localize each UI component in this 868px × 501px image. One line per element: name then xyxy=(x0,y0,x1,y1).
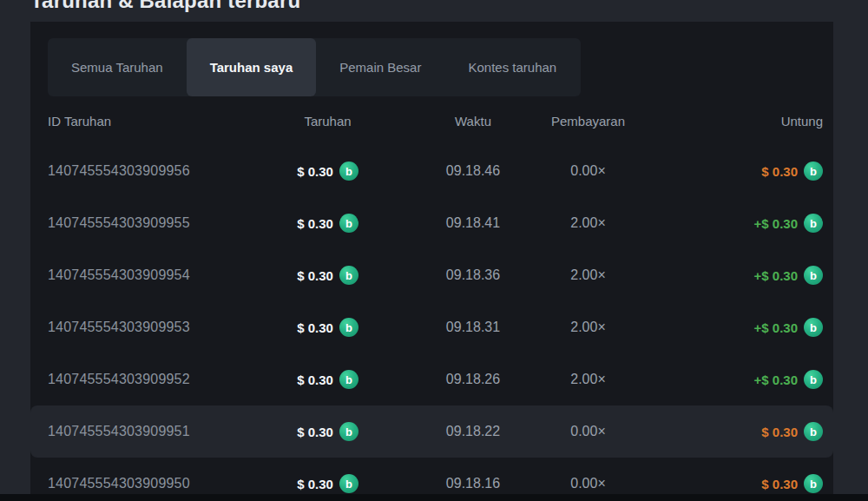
bet-payout: 0.00× xyxy=(547,163,629,179)
table-row[interactable]: 140745554303909953 $ 0.30 b 09.18.31 2.0… xyxy=(30,301,833,353)
bet-profit-value: +$ 0.30 xyxy=(754,372,798,387)
column-header-untung: Untung xyxy=(629,114,823,129)
bet-id: 140745554303909956 xyxy=(48,163,256,179)
bet-profit: $ 0.30 b xyxy=(629,474,823,493)
bet-time: 09.18.41 xyxy=(399,215,547,231)
coin-icon: b xyxy=(339,266,358,285)
bet-id: 140745554303909951 xyxy=(48,424,256,439)
coin-icon: b xyxy=(804,422,823,441)
bet-profit-value: +$ 0.30 xyxy=(754,268,798,283)
column-header-pembayaran: Pembayaran xyxy=(547,114,629,129)
bet-amount: $ 0.30 b xyxy=(256,318,399,337)
column-header-id-taruhan: ID Taruhan xyxy=(48,114,256,129)
bet-time: 09.18.36 xyxy=(399,267,547,283)
table-row[interactable]: 140745554303909951 $ 0.30 b 09.18.22 0.0… xyxy=(30,405,833,458)
bet-amount: $ 0.30 b xyxy=(256,162,399,181)
bet-time: 09.18.31 xyxy=(399,320,547,335)
table-header-row: ID Taruhan Taruhan Waktu Pembayaran Untu… xyxy=(30,96,833,145)
bet-id: 140745554303909953 xyxy=(48,320,256,335)
bet-amount-value: $ 0.30 xyxy=(297,268,333,283)
coin-icon: b xyxy=(339,474,358,493)
bet-payout: 2.00× xyxy=(547,372,629,387)
bet-amount-value: $ 0.30 xyxy=(297,372,333,387)
bet-id: 140745554303909955 xyxy=(48,215,256,231)
bet-profit-value: $ 0.30 xyxy=(761,425,798,439)
coin-icon: b xyxy=(339,318,358,337)
tab-label: Taruhan saya xyxy=(210,60,293,75)
bet-amount: $ 0.30 b xyxy=(256,422,399,441)
coin-icon: b xyxy=(339,422,358,441)
bet-amount: $ 0.30 b xyxy=(256,266,399,285)
bet-profit-value: +$ 0.30 xyxy=(754,320,798,335)
coin-icon: b xyxy=(804,370,823,389)
bet-payout: 2.00× xyxy=(547,215,629,231)
bet-payout: 0.00× xyxy=(547,424,629,439)
coin-icon: b xyxy=(339,370,358,389)
tab-taruhan-saya[interactable]: Taruhan saya xyxy=(187,38,317,96)
tab-kontes-taruhan[interactable]: Kontes taruhan xyxy=(444,38,580,96)
bet-amount-value: $ 0.30 xyxy=(297,164,333,179)
bet-amount-value: $ 0.30 xyxy=(297,320,333,335)
bet-amount-value: $ 0.30 xyxy=(297,216,333,231)
coin-icon: b xyxy=(804,214,823,233)
table-row[interactable]: 140745554303909954 $ 0.30 b 09.18.36 2.0… xyxy=(30,249,833,301)
tab-label: Kontes taruhan xyxy=(468,60,556,75)
table-row[interactable]: 140745554303909952 $ 0.30 b 09.18.26 2.0… xyxy=(30,353,833,405)
bet-profit: +$ 0.30 b xyxy=(629,318,823,337)
bet-time: 09.18.26 xyxy=(399,372,547,387)
bet-amount: $ 0.30 b xyxy=(256,214,399,233)
bet-profit: +$ 0.30 b xyxy=(629,266,823,285)
table-body: 140745554303909956 $ 0.30 b 09.18.46 0.0… xyxy=(30,145,833,501)
coin-icon: b xyxy=(339,162,358,181)
table-row[interactable]: 140745554303909956 $ 0.30 b 09.18.46 0.0… xyxy=(30,145,833,197)
bet-amount-value: $ 0.30 xyxy=(297,477,333,491)
coin-icon: b xyxy=(804,474,823,493)
coin-icon: b xyxy=(339,214,358,233)
page-title: Taruhan & Balapan terbaru xyxy=(30,0,300,13)
bottom-strip xyxy=(0,494,868,501)
bet-profit: $ 0.30 b xyxy=(629,422,823,441)
bet-id: 140745554303909952 xyxy=(48,372,256,387)
column-header-waktu: Waktu xyxy=(399,114,547,129)
bet-time: 09.18.46 xyxy=(399,163,547,179)
bet-profit-value: +$ 0.30 xyxy=(754,216,798,231)
bet-payout: 0.00× xyxy=(547,476,629,491)
table-row[interactable]: 140745554303909955 $ 0.30 b 09.18.41 2.0… xyxy=(30,197,833,249)
tab-pemain-besar[interactable]: Pemain Besar xyxy=(316,38,444,96)
bet-profit: $ 0.30 b xyxy=(629,162,823,181)
tab-bar: Semua Taruhan Taruhan saya Pemain Besar … xyxy=(48,38,581,96)
bet-id: 140745554303909954 xyxy=(48,267,256,283)
coin-icon: b xyxy=(804,266,823,285)
coin-icon: b xyxy=(804,318,823,337)
column-header-taruhan: Taruhan xyxy=(256,114,399,129)
tab-label: Semua Taruhan xyxy=(71,60,163,75)
bet-payout: 2.00× xyxy=(547,320,629,335)
tab-semua-taruhan[interactable]: Semua Taruhan xyxy=(48,38,187,96)
bet-profit: +$ 0.30 b xyxy=(629,214,823,233)
bet-time: 09.18.22 xyxy=(399,424,547,439)
bet-amount-value: $ 0.30 xyxy=(297,425,333,439)
bet-payout: 2.00× xyxy=(547,267,629,283)
bet-profit-value: $ 0.30 xyxy=(761,477,798,491)
coin-icon: b xyxy=(804,162,823,181)
tab-label: Pemain Besar xyxy=(339,60,421,75)
bet-profit: +$ 0.30 b xyxy=(629,370,823,389)
bet-id: 140745554303909950 xyxy=(48,476,256,491)
bet-profit-value: $ 0.30 xyxy=(761,164,798,179)
bet-time: 09.18.16 xyxy=(399,476,547,491)
bets-panel: Semua Taruhan Taruhan saya Pemain Besar … xyxy=(30,22,833,501)
bet-amount: $ 0.30 b xyxy=(256,474,399,493)
bet-amount: $ 0.30 b xyxy=(256,370,399,389)
